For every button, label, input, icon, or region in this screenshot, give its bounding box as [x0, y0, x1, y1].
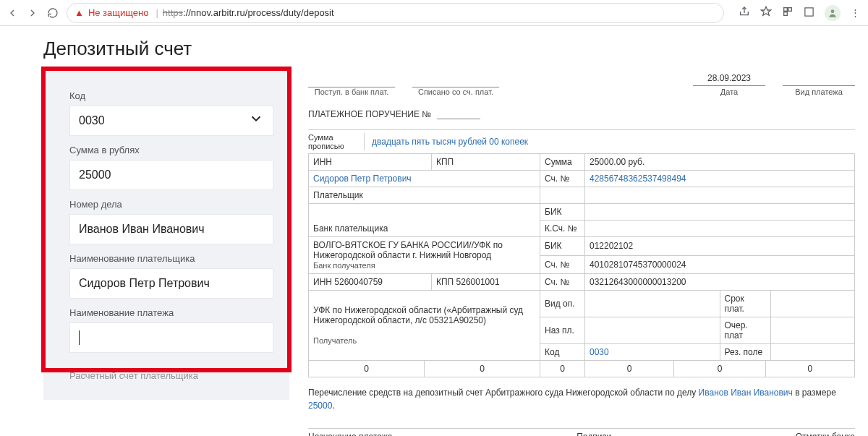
svg-rect-0: [784, 8, 788, 12]
purpose-sum-link[interactable]: 25000: [308, 401, 332, 411]
payment-order: Поступ. в банк плат. Списано со сч. плат…: [308, 69, 855, 436]
profile-avatar[interactable]: [825, 5, 841, 21]
share-icon[interactable]: [739, 6, 750, 20]
date-field: 28.09.2023: [693, 73, 765, 86]
sum-label: Сумма в рублях: [69, 145, 273, 155]
svg-rect-2: [784, 12, 788, 16]
code-label: Код: [69, 90, 273, 101]
url-text: https://nnov.arbitr.ru/process/duty/depo…: [163, 7, 334, 18]
payer-account-label: Расчетный счет плательщика: [69, 370, 273, 381]
ext-icon[interactable]: [782, 6, 793, 20]
case-input[interactable]: Иванов Иван Иванович: [69, 214, 273, 244]
page-title: Депозитный счет: [43, 38, 855, 60]
svg-rect-3: [805, 7, 813, 15]
star-icon[interactable]: [760, 6, 772, 20]
received-field: [308, 74, 395, 87]
payer-label: Наименование плательщика: [69, 253, 273, 264]
sum-written-value[interactable]: двадцать пять тысяч рублей 00 копеек: [372, 137, 528, 147]
payment-grid: ИНН КПП Сумма 25000.00 руб. Сидоров Петр…: [308, 153, 855, 377]
code-select[interactable]: 0030: [69, 106, 273, 136]
payer-input[interactable]: Сидоров Петр Петрович: [69, 268, 273, 299]
payer-link[interactable]: Сидоров Петр Петрович: [313, 174, 412, 184]
sum-input[interactable]: 25000: [69, 160, 273, 190]
payer-account-link[interactable]: 42856748362537498494: [590, 174, 686, 184]
ftr-bank: Отметки банка: [796, 432, 855, 436]
address-bar[interactable]: ▲ Не защищено | https://nnov.arbitr.ru/p…: [67, 3, 724, 23]
ftr-purpose: Назначение платежа: [308, 432, 393, 436]
writeoff-field: [412, 74, 499, 87]
po-title: ПЛАТЕЖНОЕ ПОРУЧЕНИЕ №: [308, 109, 431, 119]
ftr-sign: Подписи: [576, 432, 611, 436]
kod-link[interactable]: 0030: [590, 347, 609, 357]
po-number-field: [437, 106, 480, 119]
payment-name-input[interactable]: [69, 322, 273, 353]
back-icon[interactable]: [6, 7, 19, 20]
sum-written-label: Сумма прописью: [308, 133, 365, 150]
svg-rect-1: [788, 8, 792, 12]
svg-point-4: [831, 9, 835, 13]
reload-icon[interactable]: [46, 7, 59, 20]
purpose-case-link[interactable]: Иванов Иван Иванович: [699, 388, 793, 398]
warning-icon: ▲: [75, 7, 84, 18]
not-secure-label: Не защищено: [88, 7, 149, 18]
paytype-field: [783, 73, 855, 86]
forward-icon[interactable]: [26, 7, 39, 20]
menu-icon[interactable]: ⋮: [851, 7, 859, 18]
purpose-text: Перечисление средств на депозитный счет …: [308, 386, 855, 412]
case-label: Номер дела: [69, 199, 273, 210]
square-icon[interactable]: [804, 7, 814, 20]
payment-name-label: Наименование платежа: [69, 307, 273, 318]
form-panel: Код 0030 Сумма в рублях 25000 Номер дела…: [43, 69, 289, 400]
browser-chrome: ▲ Не защищено | https://nnov.arbitr.ru/p…: [0, 0, 868, 26]
chevron-down-icon: [248, 111, 264, 131]
